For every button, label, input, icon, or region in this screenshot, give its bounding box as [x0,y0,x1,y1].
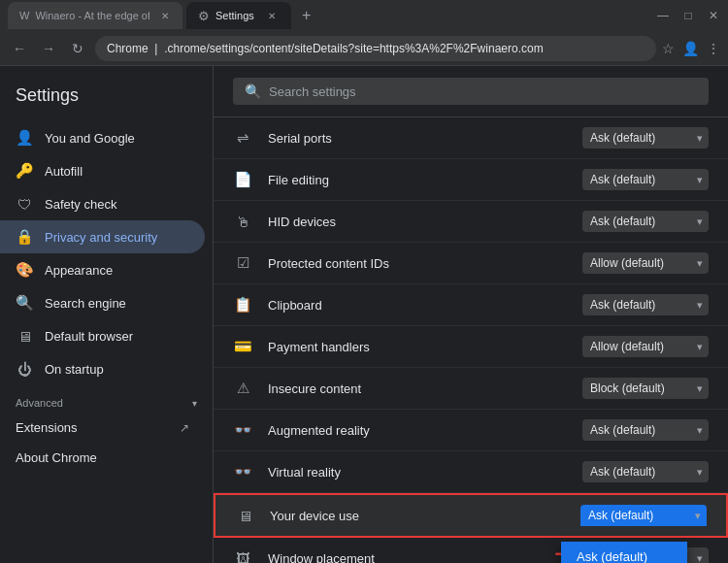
forward-button[interactable]: → [37,37,60,60]
payment-handlers-icon: 💳 [233,337,252,356]
augmented-reality-select-wrap: Ask (default) Allow Block [582,419,709,441]
virtual-reality-label: Virtual reality [268,465,567,480]
search-input-wrap: 🔍 [233,78,709,105]
insecure-content-row: ⚠ Insecure content Block (default) Allow [214,368,728,410]
sidebar-item-privacy-security-label: Privacy and security [45,230,189,245]
tab-settings-close[interactable]: ✕ [264,8,280,23]
back-button[interactable]: ← [8,37,31,60]
sidebar-item-about-chrome[interactable]: About Chrome [0,443,205,473]
hid-devices-select[interactable]: Ask (default) Allow Block [582,211,709,232]
insecure-content-label: Insecure content [268,381,567,396]
menu-icon[interactable]: ⋮ [707,41,720,56]
hid-devices-icon: 🖱 [233,212,252,231]
payment-handlers-select-wrap: Allow (default) Ask Block [582,336,709,357]
safety-check-icon: 🛡 [16,195,33,213]
virtual-reality-select[interactable]: Ask (default) Allow Block [582,461,709,482]
sidebar-item-you-google[interactable]: 👤 You and Google [0,121,205,154]
sidebar-item-safety-check[interactable]: 🛡 Safety check [0,187,205,220]
protected-content-label: Protected content IDs [268,256,567,271]
advanced-chevron-icon: ▾ [192,398,197,409]
profile-icon[interactable]: 👤 [682,41,699,56]
device-use-dropdown: Ask (default) Allow Block [561,542,687,563]
insecure-content-icon: ⚠ [233,379,252,398]
file-editing-row: 📄 File editing Ask (default) Allow Block [214,159,728,201]
protected-content-select[interactable]: Allow (default) Ask Block [582,252,709,274]
sidebar-item-safety-check-label: Safety check [45,197,189,212]
clipboard-label: Clipboard [268,298,567,313]
sidebar-item-search-engine[interactable]: 🔍 Search engine [0,286,205,319]
new-tab-button[interactable]: + [295,4,318,27]
tab-winaero[interactable]: W Winaero - At the edge of tweaki… ✕ [8,2,182,29]
tab-winaero-favicon: W [19,10,29,21]
dropdown-option-ask[interactable]: Ask (default) [561,542,687,563]
tab-settings-favicon: ⚙ [198,9,210,23]
sidebar-item-privacy-security[interactable]: 🔒 Privacy and security [0,220,205,253]
privacy-security-icon: 🔒 [16,228,33,246]
search-icon: 🔍 [245,83,261,99]
payment-handlers-label: Payment handlers [268,340,567,354]
virtual-reality-select-wrap: Ask (default) Allow Block [582,461,709,482]
settings-search-bar: 🔍 [214,66,728,117]
sidebar-item-about-chrome-label: About Chrome [16,450,189,465]
protected-content-row: ☑ Protected content IDs Allow (default) … [214,243,728,284]
close-button[interactable]: ✕ [707,9,720,22]
sidebar-item-autofill-label: Autofill [45,164,189,179]
default-browser-icon: 🖥 [16,327,33,345]
serial-ports-select[interactable]: Ask (default) Allow Block [582,127,709,149]
sidebar-item-appearance-label: Appearance [45,263,189,278]
search-engine-icon: 🔍 [16,294,33,312]
address-icons: ☆ 👤 ⋮ [662,41,720,56]
your-device-use-select-wrap: Ask (default) Allow Block Ask (default) … [580,505,707,526]
bookmark-icon[interactable]: ☆ [662,41,675,56]
file-editing-select[interactable]: Ask (default) Allow Block [582,169,709,190]
address-input[interactable] [95,36,656,61]
your-device-use-icon: 🖥 [235,506,254,525]
serial-ports-select-wrap: Ask (default) Allow Block [582,127,709,149]
window-placement-label: Window placement [268,551,567,564]
sidebar-item-autofill[interactable]: 🔑 Autofill [0,154,205,187]
tab-settings-label: Settings [215,10,254,21]
sidebar-item-appearance[interactable]: 🎨 Appearance [0,253,205,286]
your-device-use-select[interactable]: Ask (default) Allow Block [580,505,707,526]
maximize-button[interactable]: □ [681,9,695,22]
insecure-content-select-wrap: Block (default) Allow [582,378,709,399]
refresh-button[interactable]: ↻ [66,37,89,60]
tab-settings[interactable]: ⚙ Settings ✕ [186,2,291,29]
sidebar-title: Settings [0,78,213,121]
sidebar-item-extensions[interactable]: Extensions ↗ [0,413,205,443]
window-placement-icon: 🖼 [233,548,252,563]
tab-winaero-close[interactable]: ✕ [159,8,171,23]
clipboard-select-wrap: Ask (default) Allow Block [582,294,709,315]
clipboard-row: 📋 Clipboard Ask (default) Allow Block [214,284,728,326]
sidebar-item-extensions-label: Extensions [16,420,168,435]
serial-ports-row: ⇌ Serial ports Ask (default) Allow Block [214,117,728,159]
minimize-button[interactable]: — [656,9,670,22]
insecure-content-select[interactable]: Block (default) Allow [582,378,709,399]
serial-ports-label: Serial ports [268,131,567,146]
file-editing-icon: 📄 [233,170,252,189]
hid-devices-label: HID devices [268,215,567,229]
address-bar: ← → ↻ ☆ 👤 ⋮ [0,31,728,66]
you-google-icon: 👤 [16,129,33,147]
sidebar-item-on-startup[interactable]: ⏻ On startup [0,352,205,385]
your-device-use-label: Your device use [270,509,565,523]
on-startup-icon: ⏻ [16,360,33,378]
sidebar-item-you-google-label: You and Google [45,131,189,146]
virtual-reality-row: 👓 Virtual reality Ask (default) Allow Bl… [214,451,728,493]
augmented-reality-select[interactable]: Ask (default) Allow Block [582,419,709,441]
payment-handlers-row: 💳 Payment handlers Allow (default) Ask B… [214,326,728,368]
sidebar-item-default-browser[interactable]: 🖥 Default browser [0,319,205,352]
your-device-use-row: 🖥 Your device use Ask (default) Allow Bl… [214,493,728,538]
advanced-label: Advanced [16,397,63,409]
protected-content-select-wrap: Allow (default) Ask Block [582,252,709,274]
payment-handlers-select[interactable]: Allow (default) Ask Block [582,336,709,357]
settings-content: 🔍 ⇌ Serial ports Ask (default) Allow Blo… [214,66,728,563]
clipboard-select[interactable]: Ask (default) Allow Block [582,294,709,315]
serial-ports-icon: ⇌ [233,128,252,148]
search-input[interactable] [269,84,697,99]
settings-rows-container: ⇌ Serial ports Ask (default) Allow Block… [214,117,728,563]
file-editing-label: File editing [268,173,567,187]
sidebar-item-default-browser-label: Default browser [45,329,189,344]
virtual-reality-icon: 👓 [233,462,252,481]
extensions-external-icon: ↗ [180,421,189,435]
